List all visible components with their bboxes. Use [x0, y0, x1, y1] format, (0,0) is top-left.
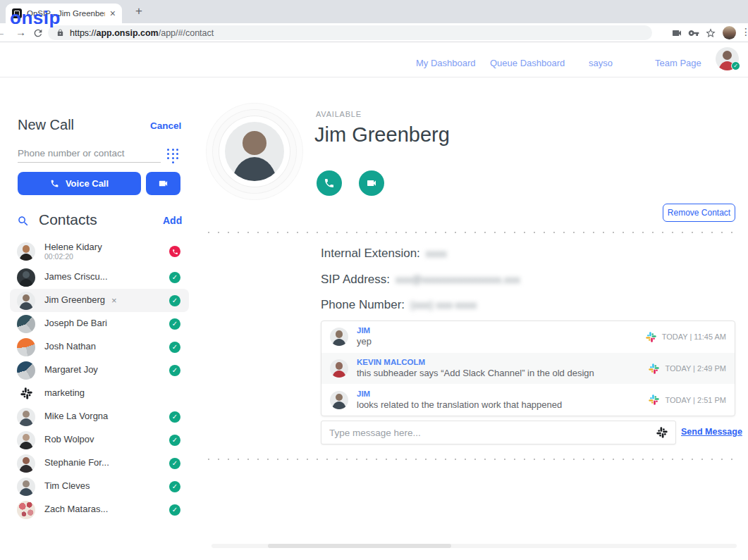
back-arrow-icon[interactable]: ←: [0, 26, 6, 38]
message-text: this subheader says “Add Slack Channel” …: [357, 368, 594, 379]
contacts-title: Contacts: [39, 211, 97, 228]
message-sender: JIM: [357, 390, 562, 399]
message-timestamp: TODAY | 11:45 AM: [662, 332, 726, 341]
contact-name: Zach Mataras...: [44, 504, 108, 515]
contact-name: James Criscu...: [44, 272, 108, 282]
tab-close-icon[interactable]: ×: [110, 8, 116, 19]
slack-channel-icon: [20, 387, 32, 399]
contact-row-marketing[interactable]: marketing: [10, 382, 189, 405]
available-badge: [169, 272, 180, 283]
contact-row-stephanie[interactable]: Stephanie For...: [10, 452, 189, 475]
remove-contact-button[interactable]: Remove Contact: [663, 204, 735, 222]
profile-name: Jim Greenberg: [314, 123, 450, 147]
extension-value-redacted: xxxx: [426, 247, 447, 259]
status-label: AVAILABLE: [316, 110, 362, 118]
avatar: [17, 268, 35, 287]
contact-name: Margaret Joy: [44, 365, 98, 375]
browser-tabstrip: OnSIP - Jim Greenberg's Info × +: [0, 0, 748, 23]
phone-value-redacted: (xxx) xxx-xxxx: [410, 299, 477, 311]
cancel-button[interactable]: Cancel: [150, 120, 181, 131]
add-contact-button[interactable]: Add: [163, 215, 182, 226]
contact-row-james[interactable]: James Criscu...: [10, 266, 189, 289]
nav-team-page[interactable]: Team Page: [655, 58, 701, 68]
contact-row-tim[interactable]: Tim Cleves: [10, 475, 189, 498]
slack-icon: [646, 332, 656, 342]
app-header: [0, 42, 748, 77]
contact-name: Tim Cleves: [44, 481, 90, 492]
contact-row-jim-selected[interactable]: Jim Greenberg ×: [10, 289, 189, 312]
available-badge: [169, 365, 180, 376]
phone-icon: [50, 179, 59, 188]
phone-row: Phone Number:(xxx) xxx-xxxx: [321, 298, 477, 312]
contact-name: Josh Nathan: [44, 342, 96, 352]
nav-my-dashboard[interactable]: My Dashboard: [416, 58, 476, 68]
contact-name: Stephanie For...: [44, 458, 109, 468]
avatar: [17, 408, 35, 426]
avatar: [17, 454, 35, 473]
browser-window: OnSIP - Jim Greenberg's Info × + ← → htt…: [0, 0, 748, 560]
avatar: [330, 328, 348, 346]
new-call-title: New Call: [18, 117, 74, 133]
contact-row-joseph[interactable]: Joseph De Bari: [10, 312, 189, 335]
avatar: [17, 361, 35, 380]
voice-call-button[interactable]: Voice Call: [18, 172, 141, 195]
phone-number-input[interactable]: [18, 144, 161, 163]
message-input[interactable]: [329, 428, 656, 438]
dashed-divider: [208, 232, 737, 233]
available-badge: [169, 342, 180, 353]
call-contact-button[interactable]: [317, 170, 342, 196]
extension-label: Internal Extension:: [321, 247, 420, 260]
contact-list: Helene Kidary 00:02:20 James Criscu... J…: [0, 237, 189, 521]
call-timer: 00:02:20: [44, 252, 102, 261]
contact-name: Jim Greenberg: [44, 295, 105, 306]
avatar: [330, 359, 348, 378]
contact-name: marketing: [44, 388, 85, 399]
message-sender: KEVIN MALCOLM: [357, 358, 594, 367]
star-bookmark-icon[interactable]: [705, 27, 716, 39]
kebab-menu-icon[interactable]: ⋮: [741, 26, 748, 37]
horizontal-scrollbar[interactable]: [211, 544, 737, 548]
contact-row-josh[interactable]: Josh Nathan: [10, 335, 189, 359]
avatar: [17, 315, 35, 333]
avatar: [17, 501, 35, 519]
nav-queue-dashboard[interactable]: Queue Dashboard: [490, 58, 565, 68]
contact-row-zach[interactable]: Zach Mataras...: [10, 498, 189, 521]
available-badge: [169, 411, 180, 423]
contact-row-margaret[interactable]: Margaret Joy: [10, 359, 189, 382]
contact-row-helene[interactable]: Helene Kidary 00:02:20: [10, 237, 189, 266]
message-timestamp: TODAY | 2:49 PM: [665, 364, 726, 373]
address-bar[interactable]: https://app.onsip.com/app/#/contact: [48, 25, 652, 40]
nav-sayso[interactable]: sayso: [589, 58, 613, 68]
url-text: https://app.onsip.com/app/#/contact: [70, 28, 214, 38]
avatar: [330, 391, 348, 409]
key-icon[interactable]: [688, 27, 699, 39]
deselect-icon[interactable]: ×: [111, 295, 117, 306]
horizontal-scrollbar-thumb[interactable]: [268, 544, 451, 548]
slack-icon[interactable]: [656, 427, 668, 438]
new-tab-button[interactable]: +: [130, 3, 148, 20]
video-contact-button[interactable]: [359, 170, 384, 196]
videocam-toolbar-icon[interactable]: [671, 27, 682, 39]
avatar: [17, 478, 35, 496]
reload-icon[interactable]: [32, 27, 44, 39]
send-message-button[interactable]: Send Message: [681, 427, 742, 437]
contact-row-rob[interactable]: Rob Wolpov: [10, 428, 189, 452]
user-available-badge: [731, 61, 740, 70]
chat-message: JIM yep TODAY | 11:45 AM: [321, 321, 735, 353]
avatar: [17, 338, 35, 356]
available-badge: [169, 481, 180, 492]
dashed-divider: [208, 459, 737, 460]
avatar: [17, 292, 35, 310]
onsip-logo[interactable]: onsip: [10, 7, 61, 29]
browser-profile-avatar[interactable]: [723, 26, 736, 39]
available-badge: [169, 435, 180, 446]
browser-toolbar: ← → https://app.onsip.com/app/#/contact …: [0, 23, 748, 42]
message-timestamp: TODAY | 2:51 PM: [665, 396, 726, 404]
on-call-badge: [169, 246, 180, 257]
contact-row-mike[interactable]: Mike La Vorgna: [10, 405, 189, 428]
chat-message-list: JIM yep TODAY | 11:45 AM KEVIN MALCOLM t…: [321, 321, 735, 416]
dialpad-icon[interactable]: [167, 149, 179, 163]
search-icon[interactable]: [17, 215, 30, 228]
lock-icon: [56, 29, 64, 37]
video-call-button[interactable]: [146, 172, 180, 195]
